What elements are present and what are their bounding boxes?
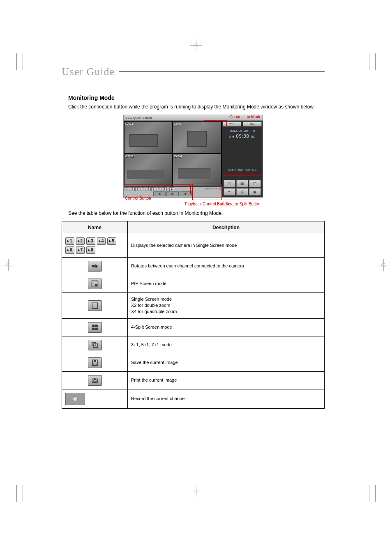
channel-button[interactable]: 2 <box>130 187 135 191</box>
svg-rect-5 <box>92 265 95 267</box>
feature-desc-cell: 3+1, 5+1, 7+1 mode <box>128 336 325 354</box>
side-panel: Site 2003. 06. 20. FRI AM 09:30 01 SAMSU… <box>222 121 263 197</box>
feature-name-cell <box>62 371 128 389</box>
camera-tile-1[interactable]: CAM1 <box>125 122 172 153</box>
svg-marker-6 <box>95 264 98 268</box>
split-single-icon[interactable]: ▢ <box>224 180 235 187</box>
svg-point-3 <box>230 123 231 124</box>
channel-button[interactable]: 3 <box>135 187 140 191</box>
quad-icon <box>88 322 102 333</box>
table-row: 4-Split Screen mode <box>62 318 325 336</box>
arrow-right-icon <box>88 261 102 272</box>
channel-button[interactable]: 8 <box>162 187 167 191</box>
channel-button[interactable]: 4 <box>141 187 145 191</box>
split-multi-icon[interactable]: ◫ <box>249 180 261 187</box>
table-row: ▸1▸2▸3▸4▸5▸6▸7▸8Displays the selected ca… <box>62 234 325 257</box>
date-readout: 2003. 06. 20. FRI <box>229 129 255 133</box>
svg-rect-21 <box>94 378 95 379</box>
feature-desc-cell: Record the current channel <box>128 389 325 408</box>
channel-button[interactable]: 5 <box>146 187 151 191</box>
camera-label: CAM3 <box>125 155 133 158</box>
feature-desc-cell: Save the current image <box>128 354 325 371</box>
camera-icon <box>88 375 102 386</box>
print-icon[interactable]: ⎙ <box>236 188 248 196</box>
crop-mark <box>23 485 23 502</box>
channel-select-button[interactable]: ▸8 <box>86 246 95 254</box>
split-quad-icon[interactable]: ▦ <box>236 180 248 187</box>
play-button[interactable] <box>166 191 179 196</box>
camera-label: CAM2 <box>174 122 182 125</box>
feature-name-cell <box>62 275 128 292</box>
camera-label: CAM4 <box>174 155 182 158</box>
feature-table: Name Description ▸1▸2▸3▸4▸5▸6▸7▸8Display… <box>62 221 325 409</box>
record-button-icon <box>65 393 85 405</box>
table-row: Single Screen modeX2 for double zoomX4 f… <box>62 292 325 318</box>
table-row: Rotates between each channel connected t… <box>62 257 325 275</box>
svg-point-20 <box>94 380 96 382</box>
table-header-desc: Description <box>128 221 325 234</box>
registration-mark-left <box>2 259 14 271</box>
channel-select-button[interactable]: ▸5 <box>107 237 116 245</box>
camera-icon[interactable]: ◉ <box>249 188 261 196</box>
registration-mark-right <box>377 259 390 271</box>
site-button[interactable]: Site <box>243 122 262 127</box>
feature-name-cell <box>62 389 128 408</box>
single-screen-icon <box>88 300 102 311</box>
crop-mark <box>16 53 17 70</box>
table-row: Record the current channel <box>62 389 325 408</box>
channel-button[interactable]: 1 <box>125 187 129 191</box>
svg-marker-0 <box>159 193 161 195</box>
channel-button[interactable]: 7 <box>157 187 161 191</box>
save-icon[interactable]: ✦ <box>224 188 235 196</box>
channel-select-button[interactable]: ▸1 <box>65 237 74 245</box>
annotation-label: Playback Control Button <box>185 202 229 206</box>
time-readout: AM 09:30 01 <box>229 134 255 138</box>
table-row: Print the current image <box>62 371 325 389</box>
svg-rect-12 <box>92 328 95 330</box>
svg-rect-9 <box>92 303 98 309</box>
next-set-button[interactable]: ▶ <box>169 187 174 191</box>
crop-mark <box>375 53 376 70</box>
svg-rect-13 <box>95 328 97 330</box>
feature-desc-cell: Single Screen modeX2 for double zoomX4 f… <box>128 292 325 318</box>
forward-button[interactable] <box>180 191 192 196</box>
annotation-label: Connection Mode <box>229 115 261 119</box>
channel-select-button[interactable]: ▸4 <box>97 237 106 245</box>
channel-select-button[interactable]: ▸6 <box>65 246 74 254</box>
save-icon <box>88 357 102 368</box>
table-header-name: Name <box>62 221 128 234</box>
table-row: 3+1, 5+1, 7+1 mode <box>62 336 325 354</box>
registration-mark-top <box>190 39 202 51</box>
connection-indicator[interactable] <box>223 122 242 127</box>
feature-desc-cell: PIP Screen mode <box>128 275 325 292</box>
crop-mark <box>369 53 369 70</box>
camera-tile-2[interactable]: CAM2 <box>173 122 221 153</box>
pip-icon <box>88 279 102 289</box>
channel-select-button[interactable]: ▸3 <box>86 237 95 245</box>
feature-name-cell <box>62 257 128 275</box>
svg-marker-1 <box>172 193 174 195</box>
feature-name-cell <box>62 336 128 354</box>
monitoring-screenshot: SSC Quick Viewer CAM1 CAM2 CAM3 <box>123 115 263 198</box>
camera-tile-4[interactable]: CAM4 <box>173 154 221 186</box>
crop-mark <box>16 485 17 502</box>
brand-label: SAMSUNG DIGITall <box>228 169 256 172</box>
rewind-button[interactable] <box>153 191 166 196</box>
crop-mark <box>23 53 23 70</box>
crop-mark <box>369 485 369 502</box>
camera-grid: CAM1 CAM2 CAM3 CAM4 <box>124 121 222 187</box>
page-title: User Guide <box>62 66 115 78</box>
multi-pip-icon <box>88 340 102 350</box>
crop-mark <box>375 485 376 502</box>
channel-select-button[interactable]: ▸2 <box>76 237 85 245</box>
section-heading: Monitoring Mode <box>68 94 318 101</box>
annotation-label: Control Button <box>125 196 151 200</box>
feature-name-cell <box>62 354 128 371</box>
camera-tile-3[interactable]: CAM3 <box>125 154 172 186</box>
feature-name-cell: ▸1▸2▸3▸4▸5▸6▸7▸8 <box>62 234 128 257</box>
channel-button[interactable]: 6 <box>151 187 156 191</box>
feature-desc-cell: 4-Split Screen mode <box>128 318 325 336</box>
svg-marker-2 <box>185 193 187 195</box>
channel-select-button[interactable]: ▸7 <box>76 246 85 254</box>
svg-rect-17 <box>94 360 96 362</box>
